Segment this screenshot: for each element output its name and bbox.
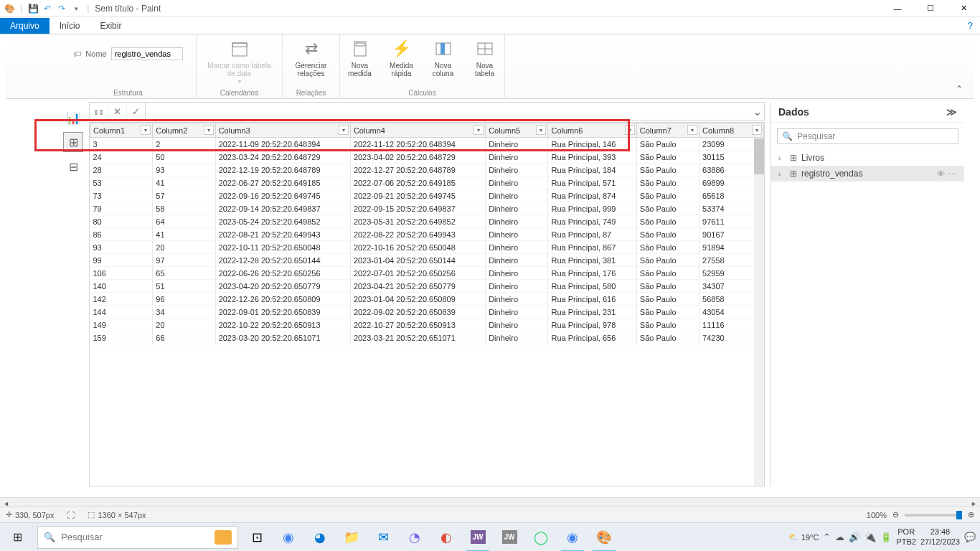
table-cell[interactable]: 93: [90, 241, 153, 254]
dados-item[interactable]: ›⊞Livros: [771, 150, 964, 166]
column-filter-icon[interactable]: ▾: [473, 125, 484, 135]
app-icon-1[interactable]: ◐: [430, 523, 462, 552]
table-cell[interactable]: Rua Principal, 87: [548, 228, 636, 241]
table-row[interactable]: 149202022-10-22 20:52:20.6509132022-10-2…: [90, 319, 764, 331]
table-cell[interactable]: 41: [153, 228, 215, 241]
table-cell[interactable]: 24: [90, 151, 153, 164]
table-cell[interactable]: Rua Principal, 999: [548, 202, 636, 215]
table-cell[interactable]: 2023-04-20 20:52:20.650779: [215, 280, 350, 293]
table-cell[interactable]: Dinheiro: [486, 215, 548, 228]
table-cell[interactable]: 2022-11-12 20:52:20.648394: [350, 138, 485, 151]
close-button[interactable]: ✕: [947, 0, 980, 17]
redo-icon[interactable]: ↷: [55, 2, 68, 15]
table-cell[interactable]: São Paulo: [636, 151, 699, 164]
whatsapp-icon[interactable]: ◯: [525, 523, 557, 552]
table-cell[interactable]: 34: [153, 306, 215, 319]
column-filter-icon[interactable]: ▾: [204, 125, 214, 135]
table-cell[interactable]: Dinheiro: [486, 254, 548, 267]
undo-icon[interactable]: ↶: [41, 2, 54, 15]
table-cell[interactable]: 2022-12-19 20:52:20.648789: [215, 164, 350, 176]
column-filter-icon[interactable]: ▾: [752, 125, 762, 135]
table-cell[interactable]: 2023-05-24 20:52:20.649852: [215, 215, 350, 228]
table-row[interactable]: 86412022-08-21 20:52:20.6499432022-08-22…: [90, 228, 764, 241]
table-cell[interactable]: 2022-12-27 20:52:20.648789: [350, 164, 485, 176]
table-cell[interactable]: São Paulo: [636, 138, 699, 151]
table-cell[interactable]: 73: [90, 189, 153, 202]
start-button[interactable]: ⊞: [0, 523, 34, 552]
table-cell[interactable]: 86: [90, 228, 153, 241]
table-cell[interactable]: 2023-01-04 20:52:20.650144: [350, 254, 485, 267]
table-cell[interactable]: 2022-12-28 20:52:20.650144: [215, 254, 350, 267]
table-cell[interactable]: Dinheiro: [486, 164, 548, 176]
table-cell[interactable]: Rua Principal, 184: [548, 164, 636, 176]
qat-dropdown-icon[interactable]: ▾: [70, 2, 83, 15]
table-cell[interactable]: Dinheiro: [486, 306, 548, 319]
table-cell[interactable]: Rua Principal, 874: [548, 189, 636, 202]
table-row[interactable]: 159662023-03-20 20:52:20.6510712023-03-2…: [90, 331, 764, 344]
fx-commit-icon[interactable]: ✓: [127, 103, 146, 120]
help-icon[interactable]: ?: [961, 20, 980, 31]
column-filter-icon[interactable]: ▾: [141, 125, 151, 135]
table-cell[interactable]: Rua Principal, 867: [548, 241, 636, 254]
column-filter-icon[interactable]: ▾: [687, 125, 697, 135]
dados-expand-icon[interactable]: ≫: [946, 106, 957, 118]
table-cell[interactable]: 149: [90, 319, 153, 331]
mail-icon[interactable]: ✉: [367, 523, 399, 552]
maximize-button[interactable]: ☐: [914, 0, 947, 17]
table-row[interactable]: 322022-11-09 20:52:20.6483942022-11-12 2…: [90, 138, 764, 151]
column-header[interactable]: Column8▾: [699, 123, 764, 138]
table-cell[interactable]: 20: [153, 241, 215, 254]
table-cell[interactable]: 93: [153, 164, 215, 176]
table-cell[interactable]: 2022-08-22 20:52:20.649943: [350, 228, 485, 241]
table-cell[interactable]: 144: [90, 306, 153, 319]
table-row[interactable]: 93202022-10-11 20:52:20.6500482022-10-16…: [90, 241, 764, 254]
table-cell[interactable]: 96: [153, 293, 215, 306]
table-cell[interactable]: São Paulo: [636, 202, 699, 215]
nome-input[interactable]: [111, 47, 183, 60]
dados-item[interactable]: ›⊞registro_vendas👁 ⋯: [771, 166, 964, 182]
weather-widget[interactable]: ⛅19°C: [788, 532, 819, 542]
table-cell[interactable]: 2: [153, 138, 215, 151]
table-row[interactable]: 142962022-12-26 20:52:20.6508092023-01-0…: [90, 293, 764, 306]
dados-search-input[interactable]: 🔍 Pesquisar: [777, 128, 958, 144]
table-cell[interactable]: 2023-04-02 20:52:20.648729: [350, 151, 485, 164]
column-header[interactable]: Column2▾: [153, 123, 215, 138]
table-cell[interactable]: São Paulo: [636, 267, 699, 280]
table-cell[interactable]: São Paulo: [636, 228, 699, 241]
table-cell[interactable]: 97: [153, 254, 215, 267]
column-header[interactable]: Column4▾: [350, 123, 485, 138]
table-cell[interactable]: 2022-10-27 20:52:20.650913: [350, 319, 485, 331]
table-cell[interactable]: 2022-10-16 20:52:20.650048: [350, 241, 485, 254]
table-cell[interactable]: Dinheiro: [486, 202, 548, 215]
table-scrollbar[interactable]: [754, 138, 764, 486]
table-cell[interactable]: São Paulo: [636, 176, 699, 189]
table-cell[interactable]: 2022-09-16 20:52:20.649745: [215, 189, 350, 202]
onedrive-icon[interactable]: ☁: [835, 532, 844, 542]
table-cell[interactable]: Dinheiro: [486, 189, 548, 202]
table-cell[interactable]: 2022-09-02 20:52:20.650839: [350, 306, 485, 319]
table-row[interactable]: 73572022-09-16 20:52:20.6497452022-09-21…: [90, 189, 764, 202]
data-view-icon[interactable]: ⊞: [63, 132, 83, 152]
explorer-icon[interactable]: 📁: [336, 523, 367, 552]
minimize-button[interactable]: —: [881, 0, 914, 17]
table-cell[interactable]: 2022-08-21 20:52:20.649943: [215, 228, 350, 241]
tab-exibir[interactable]: Exibir: [90, 18, 131, 34]
column-header[interactable]: Column3▾: [215, 123, 350, 138]
chrome-icon-2[interactable]: ◉: [557, 523, 588, 552]
table-cell[interactable]: São Paulo: [636, 215, 699, 228]
table-cell[interactable]: São Paulo: [636, 254, 699, 267]
data-table[interactable]: Column1▾Column2▾Column3▾Column4▾Column5▾…: [89, 122, 765, 486]
paint-icon[interactable]: 🎨: [588, 523, 620, 552]
table-cell[interactable]: Rua Principal, 381: [548, 254, 636, 267]
table-cell[interactable]: Dinheiro: [486, 176, 548, 189]
copilot-icon[interactable]: ◔: [399, 523, 430, 552]
table-cell[interactable]: 2023-05-31 20:52:20.649852: [350, 215, 485, 228]
table-cell[interactable]: 2022-12-26 20:52:20.650809: [215, 293, 350, 306]
table-cell[interactable]: Rua Principal, 580: [548, 280, 636, 293]
table-cell[interactable]: São Paulo: [636, 189, 699, 202]
zoom-out-button[interactable]: ⊖: [892, 510, 899, 519]
table-cell[interactable]: 159: [90, 331, 153, 344]
table-cell[interactable]: 2022-09-15 20:52:20.649837: [350, 202, 485, 215]
nova-medida-button[interactable]: Nova medida: [342, 37, 378, 77]
edge-icon[interactable]: ◕: [304, 523, 336, 552]
